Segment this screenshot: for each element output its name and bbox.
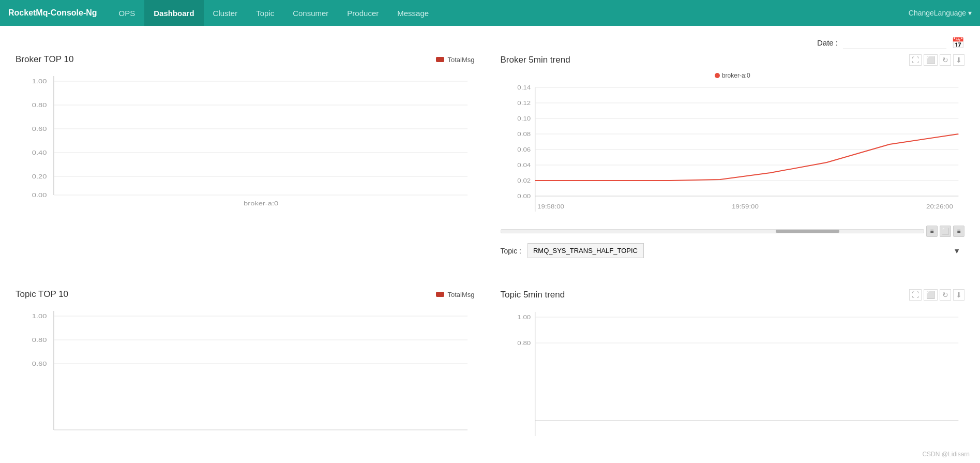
navbar: RocketMq-Console-Ng OPS Dashboard Cluste…	[0, 0, 980, 26]
svg-text:0.04: 0.04	[517, 162, 531, 169]
select-arrow-icon: ▼	[953, 247, 960, 255]
svg-text:0.60: 0.60	[32, 361, 47, 367]
topic-select-wrapper: RMQ_SYS_TRANS_HALF_TOPIC SELF_TEST_TOPIC…	[527, 243, 964, 258]
topic-chart-download-btn[interactable]: ⬇	[953, 289, 964, 301]
svg-text:0.14: 0.14	[517, 84, 531, 91]
nav-item-topic[interactable]: Topic	[247, 0, 283, 26]
svg-text:19:59:00: 19:59:00	[732, 203, 759, 210]
svg-text:0.12: 0.12	[517, 100, 531, 107]
broker-trend-section: Broker 5min trend ⛶ ⬜ ↻ ⬇ broker-a:0 0.1…	[490, 54, 965, 268]
svg-text:broker-a:0: broker-a:0	[244, 200, 278, 207]
broker-top10-title: Broker TOP 10	[16, 54, 436, 65]
topic-trend-header: Topic 5min trend ⛶ ⬜ ↻ ⬇	[501, 289, 965, 301]
svg-text:1.00: 1.00	[517, 314, 531, 321]
nav-item-message[interactable]: Message	[388, 0, 438, 26]
svg-text:0.08: 0.08	[517, 131, 531, 138]
chart-download-btn[interactable]: ⬇	[953, 54, 964, 66]
broker-top10-section: Broker TOP 10 TotalMsg 1.00 0.80 0.60 0.…	[16, 54, 490, 268]
nav-item-consumer[interactable]: Consumer	[283, 0, 338, 26]
svg-text:0.00: 0.00	[32, 192, 47, 199]
topic-trend-section: Topic 5min trend ⛶ ⬜ ↻ ⬇ 1.00 0.80	[490, 289, 965, 448]
svg-text:19:58:00: 19:58:00	[537, 203, 564, 210]
svg-text:20:26:00: 20:26:00	[926, 203, 953, 210]
broker-top10-chart: 1.00 0.80 0.60 0.40 0.20 0.00 broker-a:0	[16, 71, 475, 212]
topic-top10-legend-dot	[436, 292, 444, 297]
topic-top10-legend: TotalMsg	[436, 291, 474, 298]
topic-top10-chart: 1.00 0.80 0.60	[16, 306, 475, 447]
svg-text:0.60: 0.60	[32, 126, 47, 132]
broker-trend-scrollbar: ≡ ⬜ ≡	[501, 226, 965, 237]
broker-trend-legend: broker-a:0	[501, 72, 965, 79]
topic-selector: Topic : RMQ_SYS_TRANS_HALF_TOPIC SELF_TE…	[501, 243, 965, 258]
broker-top10-legend-dot	[436, 57, 444, 62]
nav-item-cluster[interactable]: Cluster	[204, 0, 247, 26]
topic-trend-chart: 1.00 0.80	[501, 307, 965, 448]
broker-top10-legend: TotalMsg	[436, 56, 474, 64]
change-language-button[interactable]: ChangeLanguage ▾	[909, 9, 972, 17]
date-input[interactable]	[843, 36, 946, 49]
nav-item-producer[interactable]: Producer	[338, 0, 388, 26]
topic-chart-restore-btn[interactable]: ⬜	[924, 289, 938, 301]
nav-item-ops[interactable]: OPS	[110, 0, 145, 26]
broker-trend-title: Broker 5min trend	[501, 55, 910, 65]
broker-trend-actions: ⛶ ⬜ ↻ ⬇	[909, 54, 964, 66]
svg-text:0.06: 0.06	[517, 146, 531, 153]
broker-trend-legend-dot	[715, 73, 720, 78]
date-label: Date :	[817, 38, 838, 47]
chart-fullscreen-btn[interactable]: ⛶	[909, 54, 922, 66]
broker-top10-header: Broker TOP 10 TotalMsg	[16, 54, 475, 65]
chart-refresh-btn[interactable]: ↻	[940, 54, 951, 66]
topic-top10-legend-label: TotalMsg	[447, 291, 474, 298]
svg-text:0.02: 0.02	[517, 177, 531, 184]
svg-text:0.40: 0.40	[32, 150, 47, 156]
topic-selector-label: Topic :	[501, 247, 521, 255]
svg-text:0.20: 0.20	[32, 173, 47, 180]
svg-text:1.00: 1.00	[32, 313, 47, 320]
svg-text:0.80: 0.80	[517, 340, 531, 347]
broker-trend-header: Broker 5min trend ⛶ ⬜ ↻ ⬇	[501, 54, 965, 66]
scroll-left-btn[interactable]: ≡	[926, 226, 938, 237]
svg-text:1.00: 1.00	[32, 78, 47, 85]
scroll-mid-btn[interactable]: ⬜	[940, 226, 951, 237]
svg-text:0.80: 0.80	[32, 337, 47, 343]
svg-text:0.10: 0.10	[517, 115, 531, 122]
chart-restore-btn[interactable]: ⬜	[924, 54, 938, 66]
topic-chart-fullscreen-btn[interactable]: ⛶	[909, 289, 922, 301]
topic-select[interactable]: RMQ_SYS_TRANS_HALF_TOPIC SELF_TEST_TOPIC…	[527, 243, 644, 258]
broker-trend-chart: 0.14 0.12 0.10 0.08 0.06 0.04 0.02 0.00 …	[501, 82, 965, 223]
topic-top10-title: Topic TOP 10	[16, 289, 436, 300]
broker-trend-legend-label: broker-a:0	[722, 72, 750, 79]
topic-trend-title: Topic 5min trend	[501, 290, 910, 300]
brand-logo: RocketMq-Console-Ng	[8, 8, 97, 18]
topic-top10-header: Topic TOP 10 TotalMsg	[16, 289, 475, 300]
svg-text:0.80: 0.80	[32, 102, 47, 109]
topic-chart-refresh-btn[interactable]: ↻	[940, 289, 951, 301]
topic-top10-section: Topic TOP 10 TotalMsg 1.00 0.80 0.60	[16, 289, 490, 448]
topic-trend-actions: ⛶ ⬜ ↻ ⬇	[909, 289, 964, 301]
svg-text:0.00: 0.00	[517, 193, 531, 200]
broker-top10-legend-label: TotalMsg	[447, 56, 474, 64]
scroll-right-btn[interactable]: ≡	[953, 226, 964, 237]
calendar-icon[interactable]: 📅	[952, 37, 964, 49]
date-row: Date : 📅	[16, 36, 964, 49]
nav-item-dashboard[interactable]: Dashboard	[144, 0, 203, 26]
watermark: CSDN @Lidisarn	[922, 451, 970, 458]
